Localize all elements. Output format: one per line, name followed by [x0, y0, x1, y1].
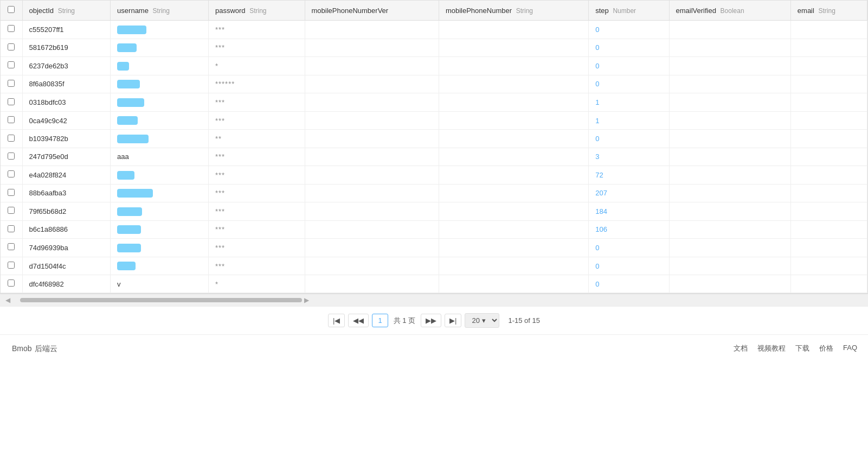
row-checkbox[interactable] [8, 280, 15, 287]
col-label-emailverified: emailVerified [676, 7, 716, 15]
row-checkbox-cell[interactable] [1, 257, 22, 275]
username-blurred [117, 171, 134, 180]
cell-objectid: 0318bdfc03 [22, 93, 111, 112]
row-checkbox[interactable] [8, 43, 15, 50]
username-blurred [117, 135, 149, 143]
row-checkbox-cell[interactable] [1, 130, 22, 148]
footer-link-pricing[interactable]: 价格 [819, 344, 833, 353]
cell-username [111, 202, 209, 221]
row-checkbox[interactable] [8, 189, 15, 196]
row-checkbox[interactable] [8, 116, 15, 123]
cell-emailverified [669, 220, 790, 239]
cell-mobilephone [439, 239, 588, 257]
prev-page-button[interactable]: ◀◀ [348, 314, 369, 327]
cell-step: 0 [589, 275, 669, 293]
username-blurred [117, 98, 144, 107]
row-checkbox-cell[interactable] [1, 57, 22, 75]
cell-step: 106 [589, 220, 669, 239]
cell-mobilephone [439, 93, 588, 112]
cell-emailverified [669, 275, 790, 293]
header-step: step Number [589, 1, 669, 21]
cell-username [111, 130, 209, 148]
row-checkbox-cell[interactable] [1, 75, 22, 93]
cell-mobilephonever [305, 57, 439, 75]
row-checkbox[interactable] [8, 80, 15, 87]
cell-mobilephone [439, 275, 588, 293]
row-checkbox-cell[interactable] [1, 220, 22, 239]
cell-emailverified [669, 75, 790, 93]
row-checkbox[interactable] [8, 153, 15, 160]
cell-mobilephone [439, 166, 588, 184]
table-row: b10394782b**0 [1, 130, 867, 148]
row-checkbox[interactable] [8, 25, 15, 32]
row-checkbox[interactable] [8, 207, 15, 214]
select-all-checkbox[interactable] [8, 6, 15, 13]
table-row: c555207ff1***0 [1, 21, 867, 39]
cell-mobilephone [439, 111, 588, 130]
cell-email [790, 21, 867, 39]
row-checkbox-cell[interactable] [1, 93, 22, 112]
row-checkbox[interactable] [8, 61, 15, 68]
row-checkbox-cell[interactable] [1, 21, 22, 39]
row-checkbox[interactable] [8, 135, 15, 142]
footer-link-video[interactable]: 视频教程 [757, 344, 786, 353]
cell-email [790, 275, 867, 293]
row-checkbox-cell[interactable] [1, 202, 22, 221]
row-checkbox-cell[interactable] [1, 111, 22, 130]
cell-mobilephone [439, 184, 588, 202]
cell-step: 3 [589, 148, 669, 166]
row-checkbox[interactable] [8, 98, 15, 105]
col-type-username: String [153, 7, 170, 15]
footer-links: 文档 视频教程 下载 价格 FAQ [734, 344, 857, 353]
per-page-select[interactable]: 20 ▾ 10 50 100 [465, 313, 499, 328]
col-label-email: email [798, 7, 814, 15]
scroll-right-arrow[interactable]: ▶ [302, 296, 311, 304]
cell-email [790, 202, 867, 221]
row-checkbox-cell[interactable] [1, 166, 22, 184]
col-type-emailverified: Boolean [721, 7, 744, 15]
col-label-username: username [117, 7, 149, 15]
cell-objectid: c555207ff1 [22, 21, 111, 39]
first-page-button[interactable]: |◀ [328, 314, 345, 327]
cell-email [790, 239, 867, 257]
cell-email [790, 257, 867, 275]
footer-link-faq[interactable]: FAQ [843, 344, 857, 353]
footer-link-download[interactable]: 下载 [795, 344, 809, 353]
cell-emailverified [669, 93, 790, 112]
cell-step: 0 [589, 130, 669, 148]
row-checkbox-cell[interactable] [1, 239, 22, 257]
horizontal-scrollbar[interactable]: ◀ ▶ [0, 294, 868, 306]
username-blurred [117, 189, 153, 198]
table-row: 8f6a80835f******0 [1, 75, 867, 93]
cell-username [111, 57, 209, 75]
scroll-left-arrow[interactable]: ◀ [3, 296, 12, 304]
row-checkbox[interactable] [8, 262, 15, 269]
row-checkbox[interactable] [8, 225, 15, 232]
col-label-mobilephonever: mobilePhoneNumberVer [312, 7, 389, 15]
row-checkbox[interactable] [8, 243, 15, 250]
row-checkbox-cell[interactable] [1, 184, 22, 202]
row-checkbox-cell[interactable] [1, 39, 22, 57]
cell-mobilephonever [305, 148, 439, 166]
cell-mobilephonever [305, 202, 439, 221]
cell-emailverified [669, 39, 790, 57]
header-password: password String [208, 1, 305, 21]
row-checkbox-cell[interactable] [1, 148, 22, 166]
cell-mobilephonever [305, 220, 439, 239]
cell-password: ** [208, 130, 305, 148]
data-table-container: objectId String username String password… [0, 0, 868, 294]
table-row: 0318bdfc03***1 [1, 93, 867, 112]
next-page-button[interactable]: ▶▶ [421, 314, 441, 327]
row-checkbox[interactable] [8, 170, 15, 177]
cell-username: v [111, 275, 209, 293]
table-row: d7d1504f4c***0 [1, 257, 867, 275]
last-page-button[interactable]: ▶| [445, 314, 461, 327]
footer-link-docs[interactable]: 文档 [734, 344, 748, 353]
header-mobilephonever: mobilePhoneNumberVer [305, 1, 439, 21]
cell-step: 184 [589, 202, 669, 221]
header-mobilephone: mobilePhoneNumber String [439, 1, 588, 21]
scroll-thumb[interactable] [20, 298, 302, 302]
cell-password: *** [208, 202, 305, 221]
table-row: b6c1a86886***106 [1, 220, 867, 239]
row-checkbox-cell[interactable] [1, 275, 22, 293]
